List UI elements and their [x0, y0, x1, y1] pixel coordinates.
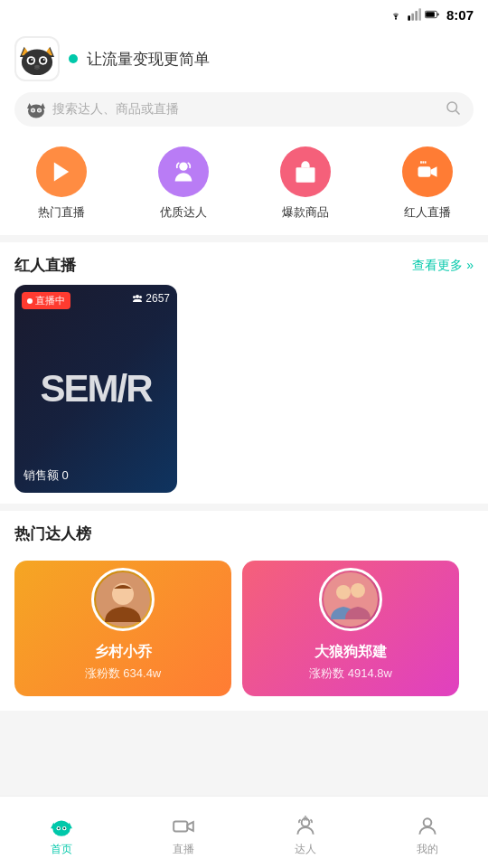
card-fans-2: 涨粉数 4914.8w	[309, 665, 392, 682]
svg-point-18	[43, 59, 45, 61]
svg-line-28	[455, 110, 459, 114]
hot-product-icon	[280, 146, 331, 197]
svg-point-0	[395, 18, 397, 20]
live-cards-container: SEM/R 直播中 2657 销售额 0	[0, 285, 488, 493]
svg-rect-3	[415, 11, 418, 21]
svg-point-16	[41, 58, 46, 63]
status-icons	[389, 7, 439, 22]
bottom-navigation: 首页 直播 达人	[0, 796, 488, 868]
influencer-live-section: 红人直播 查看更多 » SEM/R 直播中	[0, 242, 488, 504]
card-top-1	[14, 561, 231, 631]
live-dot	[27, 298, 33, 304]
svg-point-26	[38, 109, 41, 112]
svg-marker-54	[187, 822, 193, 831]
influencer-live-label: 红人直播	[404, 204, 451, 221]
see-more-influencer[interactable]: 查看更多 »	[412, 258, 474, 274]
trending-card-2[interactable]: 大狼狗郑建 涨粉数 4914.8w	[242, 561, 459, 696]
viewers-count: 2657	[145, 292, 170, 305]
svg-point-51	[57, 827, 59, 829]
nav-live[interactable]: 直播	[122, 807, 244, 857]
nav-home[interactable]: 首页	[0, 807, 122, 857]
talent-nav-icon	[294, 815, 317, 838]
logo-icon	[20, 42, 54, 76]
battery-icon	[425, 7, 439, 22]
influencer-section-title: 红人直播	[14, 255, 76, 276]
svg-point-57	[423, 818, 431, 826]
svg-rect-6	[426, 12, 435, 17]
nav-home-label: 首页	[51, 842, 72, 857]
live-nav-icon	[172, 815, 195, 838]
svg-rect-1	[408, 15, 410, 20]
svg-point-25	[32, 109, 34, 112]
hot-product-label: 爆款商品	[282, 204, 329, 221]
nav-profile[interactable]: 我的	[366, 807, 488, 857]
trending-section-title: 热门达人榜	[14, 524, 91, 544]
svg-rect-32	[418, 166, 430, 177]
category-quality-talent[interactable]: 优质达人	[147, 146, 220, 221]
svg-point-22	[28, 105, 44, 118]
live-sales: 销售额 0	[23, 467, 69, 484]
svg-point-39	[139, 296, 142, 298]
avatar-2	[319, 568, 382, 631]
live-card-text: SEM/R	[40, 367, 151, 410]
svg-point-37	[136, 295, 139, 298]
svg-rect-4	[418, 8, 421, 20]
svg-point-19	[34, 65, 40, 69]
live-viewers: 2657	[132, 292, 170, 305]
category-influencer-live[interactable]: 红人直播	[391, 146, 464, 221]
card-name-2: 大狼狗郑建	[314, 643, 387, 662]
avatar-svg-2	[324, 572, 378, 627]
trending-card-1[interactable]: 乡村小乔 涨粉数 634.4w	[14, 561, 231, 696]
svg-rect-2	[411, 14, 414, 21]
live-badge-text: 直播中	[35, 294, 65, 307]
trending-cards-container: 乡村小乔 涨粉数 634.4w	[0, 553, 488, 711]
category-hot-product[interactable]: 爆款商品	[269, 146, 342, 221]
nav-talent[interactable]: 达人	[244, 807, 366, 857]
nav-profile-label: 我的	[417, 842, 438, 857]
sales-text: 销售额 0	[23, 468, 69, 482]
live-card[interactable]: SEM/R 直播中 2657 销售额 0	[14, 285, 177, 493]
search-section: 搜索达人、商品或直播	[0, 92, 488, 137]
svg-marker-29	[53, 163, 68, 182]
search-bar[interactable]: 搜索达人、商品或直播	[14, 92, 474, 127]
search-logo	[27, 100, 45, 118]
svg-point-45	[351, 583, 365, 598]
svg-point-44	[336, 585, 351, 599]
svg-point-27	[447, 102, 457, 112]
status-bar: 8:07	[0, 0, 488, 29]
live-card-bg: SEM/R	[14, 285, 177, 493]
signal-icon	[407, 7, 421, 22]
app-logo	[14, 36, 60, 81]
svg-point-30	[179, 163, 187, 171]
card-top-2	[242, 561, 459, 631]
search-logo-icon	[27, 100, 45, 118]
avatar-1	[91, 568, 155, 631]
nav-live-label: 直播	[173, 842, 194, 857]
svg-rect-31	[296, 167, 314, 182]
category-row: 热门直播 优质达人	[0, 137, 488, 235]
app-header: 让流量变现更简单	[0, 29, 488, 92]
main-content: 让流量变现更简单 搜索达人、商品或直播	[0, 29, 488, 796]
home-icon	[50, 815, 73, 838]
live-badge: 直播中	[22, 292, 70, 309]
nav-talent-label: 达人	[295, 842, 316, 857]
card-fans-1: 涨粉数 634.4w	[85, 665, 162, 682]
search-placeholder-text: 搜索达人、商品或直播	[52, 101, 437, 118]
app-slogan: 让流量变现更简单	[87, 49, 210, 70]
status-time: 8:07	[446, 7, 474, 23]
avatar-svg-1	[96, 572, 150, 627]
svg-point-52	[63, 827, 65, 829]
svg-rect-53	[174, 822, 187, 832]
trending-section-header: 热门达人榜	[0, 511, 488, 553]
quality-talent-label: 优质达人	[160, 204, 207, 221]
search-button[interactable]	[445, 99, 461, 119]
svg-point-12	[22, 50, 52, 76]
category-hot-live[interactable]: 热门直播	[25, 146, 98, 221]
svg-point-15	[29, 58, 34, 63]
svg-point-38	[133, 296, 136, 298]
quality-talent-icon	[158, 146, 209, 197]
influencer-section-header: 红人直播 查看更多 »	[0, 242, 488, 285]
hot-live-icon	[36, 146, 87, 197]
influencer-live-icon	[402, 146, 453, 197]
card-name-1: 乡村小乔	[94, 643, 152, 662]
